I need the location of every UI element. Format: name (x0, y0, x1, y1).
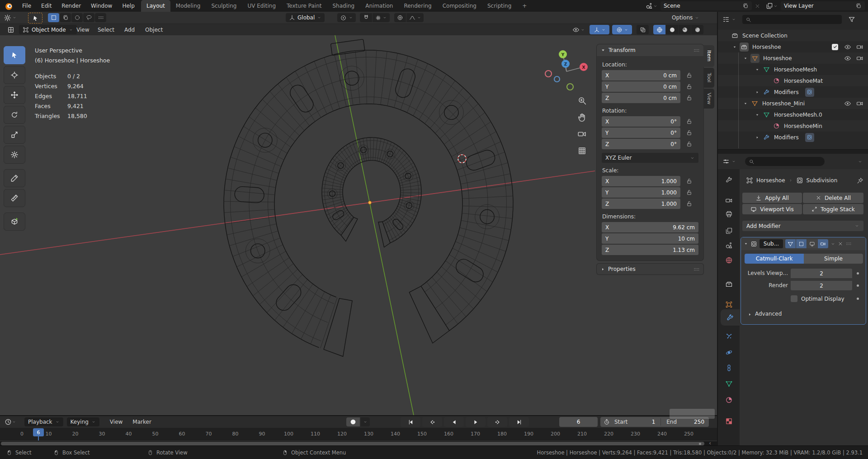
tab-layout[interactable]: Layout (141, 0, 170, 12)
auto-keying-toggle[interactable] (346, 417, 360, 426)
tab-output-properties[interactable] (721, 207, 736, 221)
delete-all-button[interactable]: Delete All (803, 193, 863, 203)
tab-uv-editing[interactable]: UV Editing (242, 0, 281, 12)
close-icon[interactable] (838, 241, 843, 246)
expand-arrow-icon[interactable] (743, 101, 748, 106)
chevron-down-icon[interactable] (12, 420, 16, 424)
exclude-checkbox[interactable] (832, 44, 838, 50)
menu-help[interactable]: Help (117, 0, 139, 12)
animate-dot[interactable] (857, 284, 859, 287)
tab-physics-properties[interactable] (721, 345, 736, 359)
lock-open-icon[interactable] (686, 83, 693, 90)
outliner-row-mesh-data-0[interactable]: HorseshoeMesh.0 (718, 109, 868, 120)
tab-particle-properties[interactable] (721, 329, 736, 343)
visibility-eye-icon[interactable] (572, 26, 580, 33)
tool-measure[interactable] (4, 189, 25, 207)
copy-icon[interactable] (742, 3, 749, 9)
tool-annotate[interactable] (4, 169, 25, 187)
tab-render-properties[interactable] (721, 194, 736, 207)
play-reverse-button[interactable] (444, 417, 464, 427)
tool-rotate[interactable] (4, 106, 25, 124)
select-mode-subtract[interactable] (71, 13, 83, 22)
view-layer-icon[interactable] (766, 2, 773, 9)
outliner-row-mesh-data[interactable]: HorseshoeMesh (718, 64, 868, 75)
drag-grip-icon[interactable] (845, 241, 852, 247)
close-icon[interactable] (755, 3, 760, 9)
lock-open-icon[interactable] (686, 141, 693, 147)
expand-arrow-icon[interactable] (747, 312, 752, 317)
zoom-icon[interactable] (577, 96, 587, 105)
select-mode-invert[interactable] (83, 13, 94, 22)
scale-y-field[interactable]: Y1.000 (602, 187, 680, 198)
previous-keyframe-button[interactable] (422, 417, 442, 427)
tab-constraint-properties[interactable] (721, 361, 736, 374)
animate-dot[interactable] (857, 298, 859, 300)
editor-properties-icon[interactable] (722, 158, 730, 165)
breadcrumb-modifier[interactable]: Subdivision (807, 177, 838, 184)
location-z-field[interactable]: Z0 cm (602, 93, 680, 103)
navigation-gizmo[interactable]: Y Z X (545, 50, 588, 90)
show-in-editmode-toggle[interactable] (785, 239, 796, 248)
menu-view[interactable]: View (71, 24, 94, 36)
rotation-y-field[interactable]: Y0° (602, 128, 680, 138)
tab-material-properties[interactable] (721, 393, 736, 407)
lock-open-icon[interactable] (686, 200, 693, 207)
eye-icon[interactable] (844, 43, 851, 51)
animate-dot[interactable] (857, 272, 859, 274)
scale-z-field[interactable]: Z1.000 (602, 199, 680, 209)
object-icon[interactable] (746, 177, 753, 184)
ortho-perspective-icon[interactable] (577, 146, 587, 156)
start-frame-field[interactable]: 1 (627, 419, 655, 425)
n-panel-tab-tool[interactable]: Tool (703, 68, 714, 88)
optimal-display-checkbox[interactable] (791, 295, 797, 302)
outliner-row-scene-collection[interactable]: Scene Collection (718, 30, 868, 41)
show-overlays-toggle[interactable] (612, 25, 632, 34)
levels-viewport-field[interactable]: 2 (791, 269, 852, 278)
advanced-section-label[interactable]: Advanced (755, 311, 782, 317)
catmull-clark-button[interactable]: Catmull-Clark (745, 254, 804, 264)
lock-open-icon[interactable] (686, 129, 693, 136)
lock-open-icon[interactable] (686, 178, 693, 185)
expand-arrow-icon[interactable] (743, 56, 748, 61)
scene-icon[interactable] (646, 2, 653, 9)
add-workspace-button[interactable]: + (517, 0, 532, 12)
editor-type-icon[interactable] (7, 26, 14, 33)
shading-solid-button[interactable] (666, 25, 678, 34)
expand-arrow-icon[interactable] (755, 113, 760, 117)
pan-hand-icon[interactable] (577, 113, 587, 122)
viewport-canvas[interactable]: Y Z X User Perspective (6) Horseshoe | H… (0, 35, 717, 415)
transform-panel-header[interactable]: Transform (597, 44, 703, 56)
apply-all-button[interactable]: Apply All (742, 193, 802, 203)
tool-scale[interactable] (4, 126, 25, 144)
toggle-stack-button[interactable]: Toggle Stack (803, 204, 863, 214)
tab-object-data-properties[interactable] (721, 377, 736, 390)
chevron-down-icon[interactable] (580, 28, 585, 32)
expand-arrow-icon[interactable] (755, 67, 760, 72)
proportional-falloff-dropdown[interactable] (406, 13, 424, 22)
shading-material-button[interactable] (679, 25, 691, 34)
shading-rendered-button[interactable] (691, 25, 703, 34)
select-mode-intersect[interactable] (95, 13, 106, 22)
show-in-viewport-toggle[interactable] (807, 239, 817, 248)
copy-icon[interactable] (855, 3, 862, 9)
menu-file[interactable]: File (17, 0, 36, 12)
timeline-marker-menu[interactable]: Marker (127, 416, 156, 428)
next-keyframe-button[interactable] (487, 417, 507, 427)
gizmo-neg-y[interactable] (567, 84, 573, 90)
tab-compositing[interactable]: Compositing (437, 0, 482, 12)
expand-arrow-icon[interactable] (732, 45, 737, 49)
tab-view-layer-properties[interactable] (721, 224, 736, 237)
mode-dropdown[interactable]: Object Mode (19, 25, 77, 34)
tab-texture-properties[interactable] (721, 414, 736, 428)
playback-menu[interactable]: Playback (24, 417, 63, 426)
modifier-viewport-toggle[interactable] (805, 133, 814, 142)
proportional-edit-icon[interactable] (394, 13, 406, 22)
tab-collection-properties[interactable] (721, 277, 736, 291)
gizmo-neg-x[interactable] (545, 71, 552, 77)
rotation-mode-dropdown[interactable]: XYZ Euler (602, 153, 698, 163)
tool-move[interactable] (4, 86, 25, 104)
current-frame-field[interactable]: 6 (559, 417, 598, 427)
jump-to-end-button[interactable] (509, 417, 529, 427)
options-dropdown[interactable]: Options (672, 13, 699, 23)
add-modifier-dropdown[interactable]: Add Modifier (742, 221, 863, 231)
